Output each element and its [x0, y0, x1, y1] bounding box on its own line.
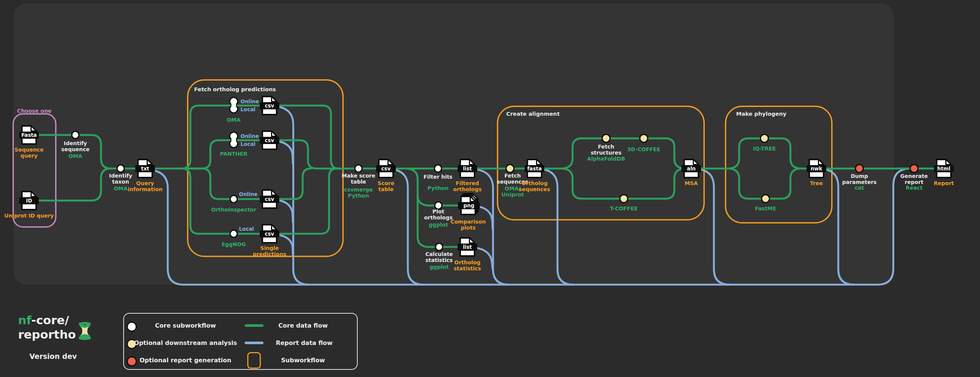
legend-report-flow-swatch: [245, 342, 264, 344]
tool-orthoinspector: OrthoInspector: [202, 207, 266, 213]
file-label-report: Report: [929, 180, 959, 186]
io-panther-local: Local: [240, 141, 256, 147]
legend-report-flow-label: Report data flow: [276, 339, 333, 347]
node-dump-parameters: [856, 165, 864, 173]
node-generate-report: [910, 165, 918, 173]
tool-iqtree: IQ-TREE: [742, 146, 787, 151]
file-label-score-table: Score table: [373, 180, 399, 192]
node-t-coffee: [620, 195, 628, 203]
node-iqtree: [760, 135, 768, 143]
file-label-single-predictions: Single predictions: [252, 245, 288, 257]
tool-identify-sequence: OMA: [60, 153, 91, 159]
node-fetch-sequences: [506, 165, 514, 173]
file-band-query-information: txt: [135, 165, 155, 172]
file-label-comparison-plots: Comparison plots: [447, 219, 489, 231]
file-band-fasta-query: Fasta: [19, 132, 39, 139]
node-calculate-statistics: [436, 243, 443, 251]
file-label-tree: Tree: [801, 180, 832, 186]
pipeline-diagram: Fasta ID txt csv csv csv csv csv list pn…: [0, 0, 980, 377]
node-fetch-structures: [602, 135, 610, 143]
apple-core-icon: [75, 320, 94, 342]
nf-core-logo: nf-core/ reportho: [18, 313, 76, 342]
file-label-ortholog-sequences: Ortholog sequences: [517, 180, 552, 192]
file-band-panther-csv: csv: [260, 137, 279, 144]
legend-optional-report-label: Optional report generation: [140, 356, 231, 364]
label-make-score-table: Make score table: [340, 173, 377, 185]
logo-line-1: nf-core/: [18, 313, 76, 328]
io-oma-online: Online: [240, 99, 259, 105]
choose-one-title: Choose one: [14, 108, 55, 114]
label-dump-parameters: Dump parameters: [837, 173, 882, 185]
legend-optional-analysis-label: Optional downstream analysis: [134, 339, 237, 347]
file-label-ortholog-statistics: Ortholog statistics: [450, 259, 484, 272]
make-phylogeny-title: Make phylogeny: [736, 111, 786, 117]
file-band-tree: nwk: [807, 165, 826, 172]
legend-subworkflow-swatch: [247, 352, 261, 369]
tool-3d-coffee: 3D-COFFEE: [617, 146, 670, 152]
legend-core-subworkflow-icon: [127, 321, 137, 332]
node-eggnog: [230, 231, 237, 237]
pipeline-version: Version dev: [29, 352, 77, 360]
label-identify-sequence: Identify sequence: [60, 140, 91, 152]
file-band-single-predictions: csv: [260, 231, 279, 237]
file-band-msa: aln: [681, 165, 701, 172]
io-oma-local: Local: [240, 106, 256, 112]
file-band-comparison-plots: png: [458, 202, 480, 209]
diagram-panel: [14, 3, 894, 285]
tool-t-coffee: T-COFFEE: [599, 205, 648, 212]
node-plot-orthologs: [435, 202, 442, 209]
legend-core-flow-label: Core data flow: [278, 322, 328, 329]
label-filter-hits: Filter hits: [417, 174, 459, 180]
tool-panther: PANTHER: [209, 151, 258, 157]
tool-make-score-table: csvmerge Python: [340, 187, 377, 199]
io-eggnog-local: Local: [239, 226, 254, 232]
file-band-oma-csv: csv: [260, 102, 279, 109]
node-3d-coffee: [640, 135, 648, 143]
node-make-score-table: [355, 165, 362, 172]
file-label-filtered-orthologs: Filtered orthologs: [450, 180, 484, 192]
legend-subworkflow-label: Subworkflow: [281, 356, 325, 364]
fetch-ortholog-predictions-title: Fetch ortholog predictions: [194, 86, 276, 92]
logo-line-2: reportho: [18, 328, 76, 342]
file-label-query-information: Query information: [127, 180, 163, 192]
legend-box: Core subworkflow Optional downstream ana…: [123, 313, 358, 370]
legend-core-flow-swatch: [245, 324, 264, 327]
file-label-msa: MSA: [676, 180, 706, 186]
tool-fetch-structures: AlphaFoldDB: [576, 156, 636, 162]
node-identify-sequence: [72, 132, 79, 139]
file-label-sequence-query: Sequence query: [13, 146, 45, 159]
file-band-ortholog-statistics: list: [458, 243, 477, 251]
io-orthoinspector-online: Online: [239, 191, 258, 197]
file-band-score-table: csv: [376, 165, 396, 172]
legend-optional-report-icon: [127, 356, 137, 366]
node-filter-hits: [434, 165, 442, 172]
file-band-orthoinspector-csv: csv: [260, 196, 279, 203]
file-band-report: html: [934, 165, 954, 172]
tool-fastme: FastME: [745, 205, 786, 212]
node-orthoinspector: [230, 196, 237, 203]
file-band-filtered-orthologs: list: [458, 165, 477, 172]
file-band-ortholog-sequences: fasta: [525, 165, 544, 172]
create-alignment-title: Create alignment: [506, 111, 560, 117]
tool-generate-report: React: [899, 185, 929, 191]
node-fastme: [762, 195, 770, 203]
tool-oma: OMA: [219, 117, 249, 123]
tool-eggnog: EggNOG: [213, 241, 255, 247]
tool-filter-hits: Python: [421, 185, 455, 191]
file-label-uniprot-id-query: Uniprot ID query: [1, 213, 57, 219]
legend-core-subworkflow-label: Core subworkflow: [155, 322, 216, 329]
logo-nf: nf: [18, 313, 31, 327]
file-band-id-query: ID: [19, 197, 39, 204]
tool-dump-parameters: cat: [844, 185, 875, 191]
label-generate-report: Generate report: [897, 173, 931, 185]
io-panther-online: Online: [240, 133, 259, 139]
logo-core: -core/: [31, 313, 69, 327]
node-identify-taxon: [117, 165, 124, 172]
